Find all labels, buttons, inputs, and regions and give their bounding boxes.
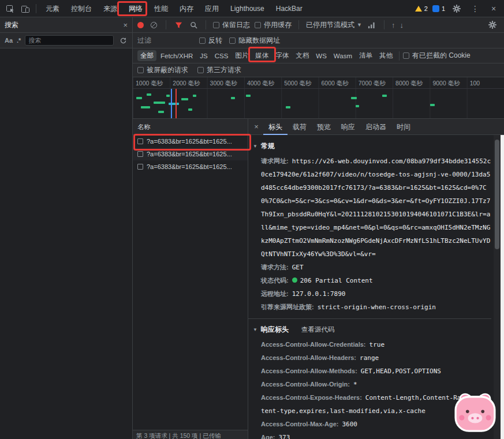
- timeline-labels: 1000 毫秒2000 毫秒3000 毫秒4000 毫秒5000 毫秒6000 …: [133, 77, 504, 89]
- chevron-down-icon: ▼: [253, 327, 257, 332]
- response-headers-section-header[interactable]: ▼ 响应标头 查看源代码: [253, 324, 491, 335]
- devtools-window: 元素控制台来源网络性能内存应用LighthouseHackBar 2 1 ⋮ ×…: [0, 0, 504, 439]
- header-value: GET,HEAD,POST,OPTIONS: [361, 367, 441, 375]
- inspect-element-icon[interactable]: [3, 2, 17, 16]
- search-toolbar: Aa .*: [0, 33, 132, 48]
- name-column-header[interactable]: 名称: [133, 119, 248, 135]
- devtools-tab-network[interactable]: 网络: [123, 0, 148, 17]
- chevron-down-icon: ▼: [253, 144, 257, 149]
- detail-tab-initiator[interactable]: 启动器: [360, 119, 391, 135]
- devtools-tab-performance[interactable]: 性能: [148, 0, 174, 17]
- filter-type-all[interactable]: 全部: [137, 50, 156, 61]
- export-har-icon[interactable]: ↓: [400, 21, 404, 29]
- close-details-icon[interactable]: ×: [251, 122, 262, 131]
- filter-type-font[interactable]: 字体: [272, 50, 292, 61]
- general-fields: 请求网址:https://v26-web.douyinvod.com/08ba9…: [261, 155, 491, 314]
- filter-type-manifest[interactable]: 清单: [356, 50, 375, 61]
- network-activity-mark: [181, 98, 188, 100]
- detail-tab-timing[interactable]: 时间: [391, 119, 416, 135]
- hide-data-urls-checkbox[interactable]: 隐藏数据网址: [229, 36, 280, 46]
- checkbox-icon: [137, 67, 144, 73]
- filter-type-js[interactable]: JS: [197, 51, 210, 61]
- general-section-header[interactable]: ▼ 常规: [253, 140, 491, 152]
- blocked-requests-checkbox[interactable]: 被屏蔽的请求: [137, 65, 188, 75]
- regex-toggle[interactable]: .*: [17, 37, 21, 44]
- filter-type-wasm[interactable]: Wasm: [331, 51, 355, 61]
- detail-tab-preview[interactable]: 预览: [312, 119, 336, 135]
- view-source-button[interactable]: 查看源代码: [301, 325, 335, 334]
- filter-type-css[interactable]: CSS: [212, 51, 232, 61]
- search-input[interactable]: [25, 35, 114, 46]
- field-value: strict-origin-when-cross-origin: [318, 303, 436, 311]
- invert-filter-checkbox[interactable]: 反转: [199, 36, 222, 46]
- network-activity-mark: [356, 105, 359, 107]
- network-activity-mark: [382, 95, 387, 97]
- scrollbar-thumb[interactable]: [495, 140, 499, 249]
- checkbox-icon: [213, 22, 219, 28]
- devtools-tab-lighthouse[interactable]: Lighthouse: [225, 0, 270, 17]
- clear-network-log-icon[interactable]: [148, 20, 159, 30]
- header-name: Access-Control-Allow-Origin:: [261, 381, 350, 388]
- header-value: 373: [278, 434, 290, 439]
- general-field: 引荐来源网址政策:strict-origin-when-cross-origin: [261, 301, 491, 314]
- devtools-tab-elements[interactable]: 元素: [40, 0, 65, 17]
- detail-tabs: × 标头载荷预览响应启动器时间: [248, 119, 504, 135]
- filter-funnel-icon[interactable]: [173, 20, 184, 30]
- devtools-tab-application[interactable]: 应用: [199, 0, 225, 17]
- request-row[interactable]: ?a=6383&br=1625&bt=1625...: [133, 135, 248, 148]
- devtools-tab-hackbar[interactable]: HackBar: [270, 0, 308, 17]
- network-activity-mark: [246, 95, 251, 97]
- network-settings-gear-icon[interactable]: [486, 18, 499, 32]
- search-panel-header: 搜索 ×: [0, 17, 132, 33]
- detail-tab-headers[interactable]: 标头: [263, 119, 288, 135]
- devtools-tab-sources[interactable]: 来源: [98, 0, 123, 17]
- import-har-icon[interactable]: ↑: [391, 21, 395, 29]
- devtools-tab-memory[interactable]: 内存: [174, 0, 199, 17]
- network-activity-mark: [154, 102, 165, 104]
- record-network-log-icon[interactable]: [137, 22, 144, 28]
- detail-tab-payload[interactable]: 载荷: [288, 119, 312, 135]
- preserve-log-checkbox[interactable]: 保留日志: [213, 20, 250, 30]
- header-name: Access-Control-Allow-Headers:: [261, 354, 356, 361]
- blocked-cookies-checkbox[interactable]: 有已拦截的 Cookie: [403, 51, 471, 61]
- request-row[interactable]: ?a=6383&br=1625&bt=1625...: [133, 148, 248, 160]
- field-name: 远程地址:: [261, 290, 289, 297]
- detail-tab-response[interactable]: 响应: [336, 119, 360, 135]
- network-overview-timeline[interactable]: 1000 毫秒2000 毫秒3000 毫秒4000 毫秒5000 毫秒6000 …: [133, 77, 504, 119]
- settings-gear-icon[interactable]: [450, 2, 464, 16]
- field-name: 状态代码:: [261, 277, 289, 284]
- filter-type-media[interactable]: 媒体: [252, 50, 271, 61]
- request-row[interactable]: ?a=6383&br=1625&bt=1625...: [133, 160, 248, 173]
- devtools-tab-console[interactable]: 控制台: [65, 0, 98, 17]
- disable-cache-checkbox[interactable]: 停用缓存: [255, 20, 292, 30]
- network-conditions-icon[interactable]: [367, 20, 377, 30]
- match-case-toggle[interactable]: Aa: [5, 37, 13, 44]
- header-name: Access-Control-Max-Age:: [261, 421, 338, 427]
- search-panel-title: 搜索: [5, 20, 18, 30]
- refresh-icon[interactable]: [118, 35, 128, 46]
- issues-badge[interactable]: 1: [432, 5, 445, 12]
- filter-type-img[interactable]: 图片: [232, 50, 251, 61]
- device-toolbar-icon[interactable]: [18, 2, 32, 16]
- header-value: 3600: [342, 421, 357, 428]
- close-devtools-icon[interactable]: ×: [487, 2, 501, 16]
- throttling-select[interactable]: 已停用节流模式 ▼: [306, 20, 362, 30]
- network-filter-row: 反转 隐藏数据网址: [133, 33, 504, 48]
- response-headers-title: 响应标头: [261, 325, 289, 335]
- filter-type-doc[interactable]: 文档: [293, 50, 312, 61]
- preserve-log-label: 保留日志: [222, 20, 250, 30]
- field-value: 206 Partial Content: [300, 277, 373, 284]
- third-party-checkbox[interactable]: 第三方请求: [197, 65, 241, 75]
- search-network-icon[interactable]: [188, 20, 199, 30]
- warning-count: 2: [424, 5, 428, 12]
- more-options-icon[interactable]: ⋮: [468, 2, 482, 16]
- filter-type-other[interactable]: 其他: [376, 50, 395, 61]
- close-search-panel-icon[interactable]: ×: [123, 21, 128, 29]
- response-header-row: Access-Control-Allow-Credentials:true: [261, 338, 491, 351]
- filter-type-fetch-xhr[interactable]: Fetch/XHR: [158, 51, 196, 61]
- invert-filter-label: 反转: [208, 36, 222, 46]
- warnings-badge[interactable]: 2: [415, 5, 428, 12]
- timeline-label: 8000 毫秒: [393, 77, 430, 88]
- filter-type-ws[interactable]: WS: [313, 51, 330, 61]
- filter-input[interactable]: [137, 35, 192, 46]
